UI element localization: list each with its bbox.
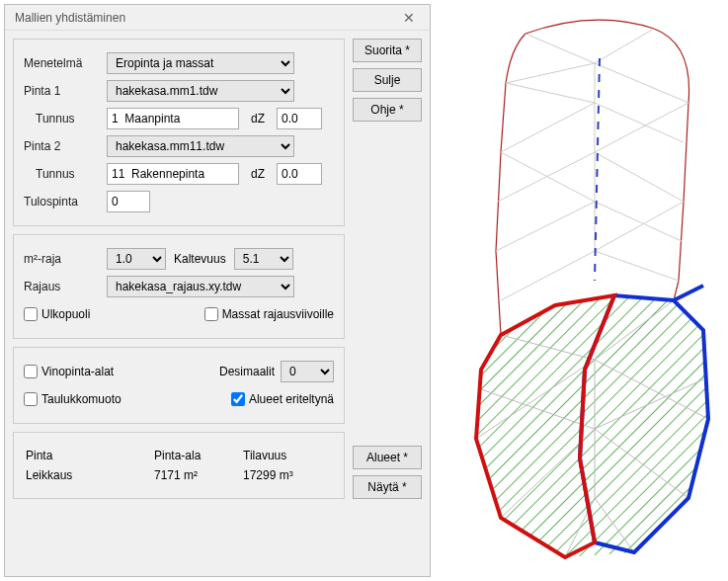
checkbox-vinopinta[interactable] xyxy=(24,365,38,378)
nayta-button[interactable]: Näytä * xyxy=(353,475,422,499)
panel-pinta: Menetelmä Eropinta ja massat Pinta 1 hak… xyxy=(13,39,345,226)
input-dz2[interactable] xyxy=(277,163,322,185)
close-icon[interactable]: ✕ xyxy=(394,8,424,28)
svg-line-7 xyxy=(595,152,684,202)
svg-line-3 xyxy=(595,63,688,103)
checkbox-alueet-eriteltyna[interactable] xyxy=(231,392,245,406)
label-desimaalit: Desimaalit xyxy=(219,365,275,378)
ohje-button[interactable]: Ohje * xyxy=(353,98,422,122)
select-pinta1[interactable]: hakekasa.mm1.tdw xyxy=(107,80,294,102)
alueet-button[interactable]: Alueet * xyxy=(353,446,422,469)
model-visualization xyxy=(446,4,723,577)
checkbox-taulukkomuoto[interactable] xyxy=(24,392,38,406)
checkbox-ulkopuoli[interactable] xyxy=(24,307,38,321)
svg-line-6 xyxy=(501,103,595,152)
label-pinta1: Pinta 1 xyxy=(24,84,99,98)
cell-name: Leikkaus xyxy=(26,468,154,482)
label-rajaus: Rajaus xyxy=(24,280,99,293)
select-pinta2[interactable]: hakekasa.mm11.tdw xyxy=(107,135,294,157)
chk-massat-rajaus-label: Massat rajausviivoille xyxy=(222,307,334,321)
chk-taulukkomuoto[interactable]: Taulukkomuoto xyxy=(24,392,121,406)
svg-line-11 xyxy=(595,251,679,281)
cell-volume: 17299 m³ xyxy=(243,468,332,482)
label-dz1: dZ xyxy=(247,112,269,125)
input-tulospinta[interactable] xyxy=(107,191,150,212)
svg-line-18 xyxy=(595,103,688,152)
label-m2raja: m²-raja xyxy=(24,252,99,266)
input-dz1[interactable] xyxy=(277,108,322,129)
svg-line-2 xyxy=(595,29,654,63)
panel-rajaus: m²-raja 1.0 Kaltevuus 5.1 Rajaus hakekas… xyxy=(13,234,345,339)
panel-results: Pinta Pinta-ala Tilavuus Leikkaus 7171 m… xyxy=(13,432,345,499)
col-pintaala: Pinta-ala xyxy=(154,449,243,462)
input-tunnus1[interactable] xyxy=(107,108,239,129)
label-pinta2: Pinta 2 xyxy=(24,139,99,153)
svg-line-20 xyxy=(595,202,684,251)
chk-massat-rajaus[interactable]: Massat rajausviivoille xyxy=(204,307,334,321)
dialog: Mallien yhdistäminen ✕ Menetelmä Eropint… xyxy=(4,4,431,577)
label-dz2: dZ xyxy=(247,167,269,181)
chk-taulukkomuoto-label: Taulukkomuoto xyxy=(41,392,121,406)
checkbox-massat-rajaus[interactable] xyxy=(204,307,218,321)
svg-line-17 xyxy=(506,83,595,103)
results-row: Leikkaus 7171 m² 17299 m³ xyxy=(26,468,332,482)
select-kaltevuus[interactable]: 5.1 xyxy=(234,248,293,270)
label-tulospinta: Tulospinta xyxy=(24,195,99,208)
select-rajaus[interactable]: hakekasa_rajaus.xy.tdw xyxy=(107,276,294,297)
col-pinta: Pinta xyxy=(26,449,154,462)
panel-options: Vinopinta-alat Desimaalit 0 Taulukkomuot… xyxy=(13,347,345,424)
sulje-button[interactable]: Sulje xyxy=(353,68,422,92)
chk-ulkopuoli[interactable]: Ulkopuoli xyxy=(24,307,90,321)
chk-alueet-eriteltyna-label: Alueet eriteltynä xyxy=(249,392,334,406)
label-tunnus1: Tunnus xyxy=(24,112,99,125)
svg-line-12 xyxy=(501,251,595,300)
chk-vinopinta-label: Vinopinta-alat xyxy=(41,365,114,378)
input-tunnus2[interactable] xyxy=(107,163,239,185)
svg-line-9 xyxy=(595,202,682,241)
svg-line-10 xyxy=(496,202,595,251)
results-header: Pinta Pinta-ala Tilavuus xyxy=(26,449,332,462)
svg-line-5 xyxy=(595,103,684,142)
label-kaltevuus: Kaltevuus xyxy=(174,252,226,266)
svg-line-4 xyxy=(506,63,595,83)
cell-area: 7171 m² xyxy=(154,468,243,482)
titlebar: Mallien yhdistäminen ✕ xyxy=(5,5,430,31)
svg-line-1 xyxy=(526,34,595,63)
chk-alueet-eriteltyna[interactable]: Alueet eriteltynä xyxy=(231,392,334,406)
select-menetelma[interactable]: Eropinta ja massat xyxy=(107,52,294,74)
label-tunnus2: Tunnus xyxy=(24,167,99,181)
svg-line-33 xyxy=(674,286,703,300)
select-m2raja[interactable]: 1.0 xyxy=(107,248,166,270)
dialog-title: Mallien yhdistäminen xyxy=(15,11,394,25)
suorita-button[interactable]: Suorita * xyxy=(353,39,422,62)
chk-vinopinta[interactable]: Vinopinta-alat xyxy=(24,365,114,378)
col-tilavuus: Tilavuus xyxy=(243,449,332,462)
select-desimaalit[interactable]: 0 xyxy=(281,361,334,382)
label-menetelma: Menetelmä xyxy=(24,56,99,70)
chk-ulkopuoli-label: Ulkopuoli xyxy=(41,307,90,321)
